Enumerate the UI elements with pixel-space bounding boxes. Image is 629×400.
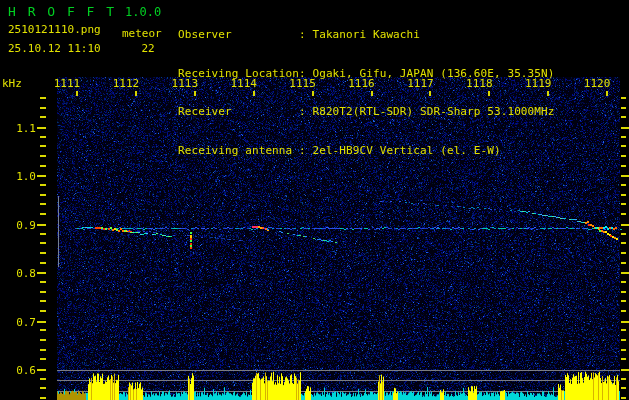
echo-count: 22	[132, 42, 164, 55]
time-tick-label: 1113	[165, 77, 205, 90]
observation-mode: meteor	[122, 27, 162, 40]
freq-axis-unit: kHz	[2, 77, 22, 90]
info-sep: :	[299, 28, 312, 41]
time-tick-label: 1120	[577, 77, 617, 90]
info-row-receiver: Receiver: R820T2(RTL-SDR) SDR-Sharp 53.1…	[178, 106, 554, 119]
time-tick-label: 1119	[518, 77, 558, 90]
app-version: 1.0.0	[125, 5, 161, 19]
freq-tick-label: 0.8	[0, 267, 36, 280]
time-tick-label: 1111	[47, 77, 87, 90]
freq-tick-label: 0.9	[0, 219, 36, 232]
info-value: Takanori Kawachi	[312, 28, 420, 41]
time-tick-label: 1118	[459, 77, 499, 90]
info-sep: :	[299, 105, 312, 118]
capture-datetime: 25.10.12 11:10	[8, 42, 101, 55]
freq-tick-label: 1.1	[0, 122, 36, 135]
info-row-antenna: Receiving antenna: 2el-HB9CV Vertical (e…	[178, 145, 554, 158]
info-label: Receiver	[178, 106, 299, 119]
info-row-observer: Observer: Takanori Kawachi	[178, 29, 554, 42]
time-tick-label: 1117	[400, 77, 440, 90]
time-tick-label: 1115	[283, 77, 323, 90]
info-label: Receiving antenna	[178, 145, 299, 158]
freq-tick-label: 0.7	[0, 316, 36, 329]
freq-tick-label: 0.6	[0, 364, 36, 377]
info-label: Observer	[178, 29, 299, 42]
freq-tick-label: 1.0	[0, 170, 36, 183]
time-tick-label: 1112	[106, 77, 146, 90]
app-title: H R O F F T	[8, 4, 116, 19]
info-value: 2el-HB9CV Vertical (el. E-W)	[312, 144, 500, 157]
info-sep: :	[299, 144, 312, 157]
info-value: R820T2(RTL-SDR) SDR-Sharp 53.1000MHz	[312, 105, 554, 118]
time-tick-label: 1114	[224, 77, 264, 90]
time-tick-label: 1116	[342, 77, 382, 90]
capture-filename: 2510121110.png	[8, 23, 101, 36]
hrofft-window: H R O F F T 1.0.0 2510121110.png meteor …	[0, 0, 629, 400]
station-info: Observer: Takanori Kawachi Receiving Loc…	[178, 3, 554, 184]
